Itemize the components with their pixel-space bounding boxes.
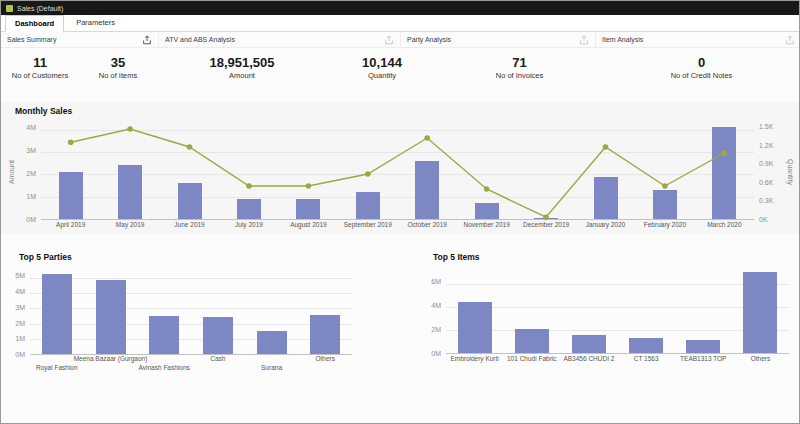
category-label-text: 101 Chudi Fabric — [507, 355, 557, 362]
category-label: February 2020 — [635, 219, 694, 228]
category-label-text: Avinash Fashions — [139, 364, 190, 371]
chart-plot[interactable] — [446, 269, 789, 353]
y-axis-ticks: 6M4M2M0M — [423, 266, 443, 353]
category-label-text: Others — [315, 355, 335, 362]
category-label: September 2019 — [338, 219, 397, 228]
export-icon[interactable] — [384, 35, 394, 45]
line-point[interactable] — [662, 183, 668, 189]
x-axis-labels: Embroidery Kurti101 Chudi FabricAB3456 C… — [446, 353, 789, 366]
category-label-text: Others — [751, 355, 771, 362]
category-label-text: January 2020 — [586, 221, 625, 228]
chart-plot[interactable] — [41, 123, 754, 219]
top5-parties-chart[interactable]: 5M4M3M2M1M0MRoyal FashionMeena Bazaar (G… — [9, 266, 354, 374]
bar[interactable] — [42, 274, 72, 354]
kpi-no-of-credit-notes[interactable]: 0 No of Credit Notes — [602, 54, 800, 80]
bar-column — [245, 269, 299, 354]
category-label: Others — [298, 354, 352, 362]
window-title: Sales (Default) — [17, 5, 63, 12]
top5-items-chart[interactable]: 6M4M2M0MEmbroidery Kurti101 Chudi Fabric… — [423, 266, 791, 366]
line-point[interactable] — [187, 144, 193, 150]
quantity-axis-label: Quantity — [786, 158, 793, 184]
bar-column — [191, 269, 245, 354]
line-point[interactable] — [365, 171, 371, 177]
kpi-no-of-invoices[interactable]: 71 No of Invoices — [437, 54, 602, 80]
bars-layer — [446, 269, 789, 353]
category-label-text: December 2019 — [523, 221, 569, 228]
kpi-amount[interactable]: 18,951,505 Amount — [157, 54, 327, 80]
category-label: CT 1563 — [618, 353, 675, 362]
export-icon[interactable] — [785, 35, 795, 45]
bar[interactable] — [96, 280, 126, 354]
x-axis-labels: Royal FashionMeena Bazaar (Gurgaon)Avina… — [30, 354, 352, 374]
category-label-text: Surana — [261, 364, 282, 371]
bar-column — [298, 269, 352, 354]
axis-tick: 0M — [431, 350, 441, 357]
window-titlebar: Sales (Default) — [1, 1, 799, 15]
category-label-text: June 2019 — [174, 221, 204, 228]
export-icon[interactable] — [579, 35, 589, 45]
bar[interactable] — [310, 315, 340, 354]
x-axis-labels: April 2019May 2019June 2019July 2019Augu… — [41, 219, 754, 232]
app-window: Sales (Default) Dashboard Parameters Sal… — [0, 0, 800, 424]
line-point[interactable] — [424, 135, 430, 141]
bar[interactable] — [743, 272, 777, 353]
line-point[interactable] — [603, 144, 609, 150]
kpi-no-of-customers[interactable]: 11 No of Customers — [1, 54, 79, 80]
bar[interactable] — [686, 340, 720, 353]
axis-tick: 2M — [26, 169, 36, 176]
category-label: April 2019 — [41, 219, 100, 228]
axis-tick: 2M — [431, 326, 441, 333]
line-point[interactable] — [722, 150, 728, 156]
line-point[interactable] — [484, 186, 490, 192]
bar[interactable] — [572, 335, 606, 353]
category-label-text: AB3456 CHUDI 2 — [563, 355, 614, 362]
kpi-row: 11 No of Customers 35 No of Items 18,951… — [1, 48, 799, 88]
axis-tick: 4M — [431, 302, 441, 309]
top5-items-title: Top 5 Items — [423, 250, 791, 266]
chart-plot[interactable] — [30, 269, 352, 354]
kpi-label: No of Invoices — [437, 71, 602, 80]
tab-parameters[interactable]: Parameters — [66, 14, 125, 31]
top5-parties-title: Top 5 Parties — [9, 250, 354, 266]
bar[interactable] — [203, 317, 233, 354]
line-path — [71, 129, 725, 217]
amount-axis-label: Amount — [7, 159, 14, 183]
bar-column — [732, 269, 789, 353]
line-point[interactable] — [306, 183, 312, 189]
kpi-no-of-items[interactable]: 35 No of Items — [79, 54, 157, 80]
axis-tick: 0.6K — [759, 178, 773, 185]
line-point[interactable] — [246, 183, 252, 189]
category-label-text: July 2019 — [235, 221, 263, 228]
monthly-sales-title: Monthly Sales — [5, 104, 795, 120]
category-label: October 2019 — [398, 219, 457, 228]
kpi-quantity[interactable]: 10,144 Quantity — [327, 54, 437, 80]
right-axis-title: Quantity — [784, 120, 795, 232]
bar-column — [503, 269, 560, 353]
category-label: Cash — [191, 354, 245, 362]
quantity-line-series[interactable] — [41, 123, 754, 219]
axis-tick: 5M — [15, 272, 25, 279]
monthly-sales-panel: Monthly Sales Amount 4M3M2M1M0MApril 201… — [1, 102, 799, 234]
kpi-label: No of Customers — [1, 71, 79, 80]
line-point[interactable] — [68, 139, 74, 145]
category-label-text: September 2019 — [344, 221, 392, 228]
category-label: Meena Bazaar (Gurgaon) — [84, 354, 138, 362]
axis-tick: 4M — [15, 288, 25, 295]
axis-tick: 6M — [431, 278, 441, 285]
category-label: December 2019 — [516, 219, 575, 228]
bar[interactable] — [629, 338, 663, 353]
monthly-sales-chart[interactable]: 4M3M2M1M0MApril 2019May 2019June 2019Jul… — [16, 120, 784, 232]
bar[interactable] — [458, 302, 492, 353]
panel-header-party-analysis: Party Analysis — [401, 32, 596, 47]
category-label: November 2019 — [457, 219, 516, 228]
line-point[interactable] — [127, 126, 133, 132]
tab-dashboard[interactable]: Dashboard — [5, 15, 64, 32]
axis-tick: 0M — [15, 351, 25, 358]
bar[interactable] — [515, 329, 549, 353]
category-label-text: Meena Bazaar (Gurgaon) — [74, 355, 148, 362]
category-label: TEAB1313 TOP — [675, 353, 732, 362]
axis-tick: 3M — [15, 303, 25, 310]
bar[interactable] — [149, 316, 179, 354]
export-icon[interactable] — [142, 35, 152, 45]
bar[interactable] — [257, 331, 287, 354]
